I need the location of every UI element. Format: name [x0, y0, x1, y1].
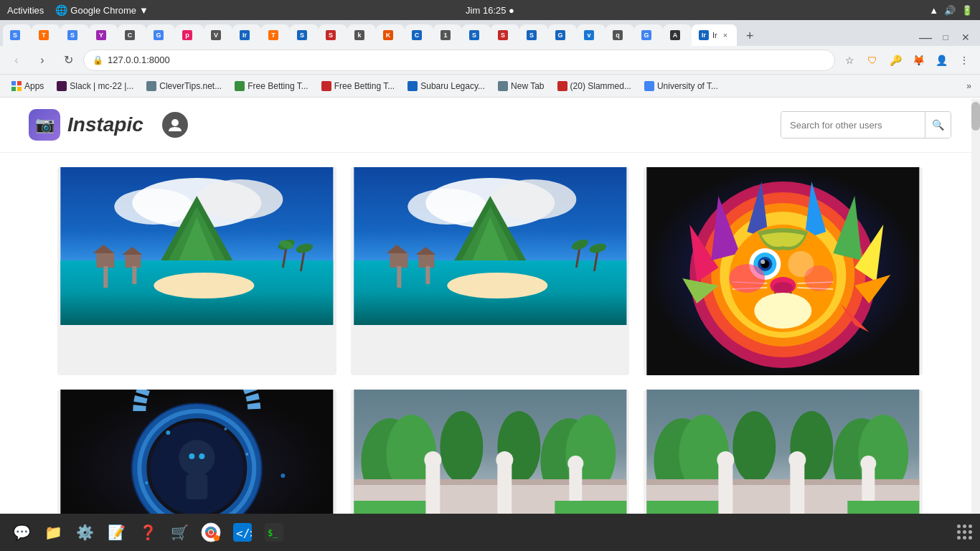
taskbar-settings-icon[interactable]: ⚙️ [70, 518, 99, 547]
brave-shield-icon[interactable]: 🛡 [862, 50, 882, 70]
image-card-2[interactable] [351, 167, 630, 375]
tab-t[interactable]: T [32, 24, 60, 46]
tab-c2[interactable]: C [405, 24, 433, 46]
taskbar-editor-icon[interactable]: 📝 [102, 518, 131, 547]
svg-point-125 [789, 451, 806, 468]
tab-a2[interactable]: A [663, 24, 692, 46]
more-btn[interactable]: ⋮ [954, 50, 974, 70]
wifi-icon[interactable]: ▲ [929, 5, 938, 16]
svg-rect-98 [425, 461, 440, 519]
tab-s2[interactable]: S [60, 24, 89, 46]
google-icon [644, 81, 654, 91]
tab-s4[interactable]: S [319, 24, 347, 46]
header-right: 🔍 [781, 111, 951, 138]
address-bar[interactable]: 🔒 127.0.0.1:8000 [83, 50, 835, 71]
bookmark-star-btn[interactable]: ☆ [839, 50, 859, 70]
tab-s5[interactable]: S [462, 24, 491, 46]
tab-favicon: S [326, 30, 336, 40]
tab-close-btn[interactable]: × [721, 30, 730, 40]
svg-point-85 [224, 428, 227, 430]
taskbar-vscode-icon[interactable]: </> [228, 518, 257, 547]
tab-s3[interactable]: S [290, 24, 319, 46]
svg-rect-97 [354, 479, 626, 485]
tab-1[interactable]: 1 [433, 24, 462, 46]
bookmark-slack[interactable]: Slack | mc-22 |... [51, 80, 139, 93]
chrome-menu[interactable]: 🌐 Google Chrome ▼ [55, 4, 149, 16]
bookmark-clevertips[interactable]: CleverTips.net... [141, 80, 227, 93]
tab-v2[interactable]: v [577, 24, 606, 46]
taskbar-chat-icon[interactable]: 💬 [7, 518, 36, 547]
scrollbar-thumb[interactable] [971, 102, 980, 131]
taskbar-terminal-icon[interactable]: $_ [260, 518, 288, 547]
tab-c[interactable]: C [118, 24, 146, 46]
close-btn[interactable]: ✕ [957, 29, 974, 46]
lock-icon: 🔒 [93, 55, 103, 65]
chrome-toolbar: ‹ › ↻ 🔒 127.0.0.1:8000 ☆ 🛡 🔑 🦊 👤 ⋮ [0, 46, 980, 75]
tab-t2[interactable]: T [261, 24, 290, 46]
bookmark-freebetting1[interactable]: Free Betting T... [229, 80, 314, 93]
taskbar: 💬 📁 ⚙️ 📝 ❓ 🛒 </> $_ [0, 514, 980, 551]
toolbar-right: ☆ 🛡 🔑 🦊 👤 ⋮ [839, 50, 974, 70]
tab-ss[interactable]: S [491, 24, 519, 46]
bitwarden-icon[interactable]: 🔑 [885, 50, 905, 70]
bookmark-slammed[interactable]: (20) Slammed... [552, 80, 637, 93]
search-button[interactable]: 🔍 [925, 112, 951, 138]
tab-s1[interactable]: S [3, 24, 32, 46]
svg-rect-0 [11, 81, 16, 85]
svg-rect-120 [647, 479, 920, 485]
tab-k1[interactable]: k [347, 24, 376, 46]
apps-icon [11, 81, 22, 91]
taskbar-amazon-icon[interactable]: 🛒 [165, 518, 194, 547]
tab-p[interactable]: p [175, 24, 204, 46]
svg-rect-39 [425, 266, 430, 284]
forward-btn[interactable]: › [32, 50, 53, 71]
activities-btn[interactable]: Activities [7, 5, 44, 16]
bookmarks-more-btn[interactable]: » [963, 80, 974, 93]
scrollbar[interactable] [971, 99, 980, 529]
svg-rect-14 [96, 253, 114, 268]
image-3 [644, 167, 923, 375]
taskbar-chrome-icon[interactable] [197, 518, 225, 547]
tab-ir1[interactable]: Ir [232, 24, 261, 46]
tab-favicon: S [527, 30, 537, 40]
app-grid-icon[interactable] [957, 524, 973, 540]
bookmark-label: Slack | mc-22 |... [70, 81, 133, 91]
tab-s7[interactable]: G [548, 24, 577, 46]
tab-k2[interactable]: K [376, 24, 405, 46]
tab-q[interactable]: q [606, 24, 634, 46]
volume-icon[interactable]: 🔊 [944, 5, 956, 16]
profile-btn[interactable]: 👤 [931, 50, 951, 70]
tab-active[interactable]: Ir Ir × [692, 24, 737, 46]
new-tab-btn[interactable]: + [740, 26, 760, 46]
taskbar-files-icon[interactable]: 📁 [39, 518, 67, 547]
image-card-3[interactable] [644, 167, 923, 375]
tab-favicon: Ir [699, 30, 709, 40]
svg-point-7 [114, 189, 193, 225]
svg-point-73 [805, 265, 834, 291]
taskbar-help-icon[interactable]: ❓ [133, 518, 162, 547]
search-input[interactable] [781, 112, 925, 138]
bookmark-freebetting2[interactable]: Free Betting T... [316, 80, 401, 93]
battery-icon[interactable]: 🔋 [961, 5, 973, 16]
tab-s6[interactable]: S [519, 24, 548, 46]
bookmark-university[interactable]: University of T... [639, 80, 724, 93]
back-btn[interactable]: ‹ [6, 50, 27, 71]
svg-point-13 [154, 273, 254, 298]
bookmark-newtab[interactable]: New Tab [492, 80, 550, 93]
bookmark-subaru[interactable]: Subaru Legacy... [402, 80, 491, 93]
metamask-icon[interactable]: 🦊 [908, 50, 928, 70]
refresh-btn[interactable]: ↻ [57, 50, 79, 71]
tab-a1[interactable]: G [634, 24, 663, 46]
svg-rect-101 [497, 461, 512, 519]
chrome-menu-arrow: ▼ [139, 5, 149, 16]
svg-point-99 [424, 451, 441, 468]
minimize-btn[interactable]: — [917, 29, 934, 46]
maximize-btn[interactable]: □ [937, 29, 954, 46]
tab-y[interactable]: Y [89, 24, 118, 46]
tab-v[interactable]: V [204, 24, 232, 46]
image-card-1[interactable] [57, 167, 336, 375]
user-avatar[interactable] [162, 112, 188, 138]
tab-d[interactable]: G [146, 24, 175, 46]
bookmark-apps[interactable]: Apps [6, 80, 50, 93]
address-text: 127.0.0.1:8000 [108, 55, 170, 65]
